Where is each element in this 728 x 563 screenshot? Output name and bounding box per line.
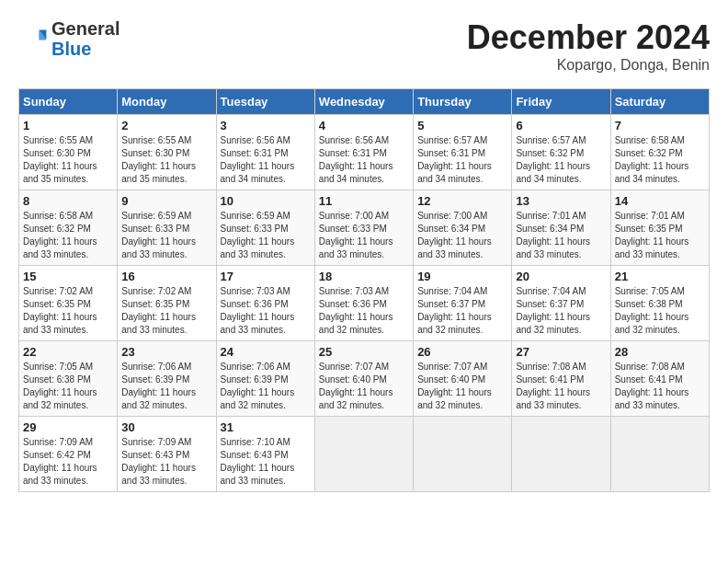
table-row: 18Sunrise: 7:03 AM Sunset: 6:36 PM Dayli…: [314, 266, 413, 341]
table-row: 4Sunrise: 6:56 AM Sunset: 6:31 PM Daylig…: [314, 115, 413, 190]
day-number: 12: [417, 194, 507, 208]
table-row: [610, 417, 709, 492]
col-sunday: Sunday: [19, 89, 118, 115]
day-info: Sunrise: 6:57 AM Sunset: 6:32 PM Dayligh…: [516, 134, 606, 186]
table-row: 6Sunrise: 6:57 AM Sunset: 6:32 PM Daylig…: [512, 115, 610, 190]
day-number: 13: [516, 194, 606, 208]
day-number: 27: [516, 345, 606, 359]
table-row: 2Sunrise: 6:55 AM Sunset: 6:30 PM Daylig…: [118, 115, 216, 190]
day-number: 25: [319, 345, 409, 359]
day-number: 16: [121, 270, 211, 283]
day-info: Sunrise: 7:08 AM Sunset: 6:41 PM Dayligh…: [516, 361, 606, 412]
day-info: Sunrise: 7:01 AM Sunset: 6:34 PM Dayligh…: [516, 210, 606, 261]
day-info: Sunrise: 7:09 AM Sunset: 6:42 PM Dayligh…: [23, 436, 113, 488]
day-info: Sunrise: 6:55 AM Sunset: 6:30 PM Dayligh…: [121, 134, 211, 186]
table-row: 11Sunrise: 7:00 AM Sunset: 6:33 PM Dayli…: [314, 190, 413, 266]
day-number: 31: [221, 420, 311, 434]
day-info: Sunrise: 7:05 AM Sunset: 6:38 PM Dayligh…: [615, 285, 705, 337]
col-thursday: Thursday: [414, 89, 512, 115]
calendar-week-row: 8Sunrise: 6:58 AM Sunset: 6:32 PM Daylig…: [19, 190, 710, 266]
day-info: Sunrise: 6:56 AM Sunset: 6:31 PM Dayligh…: [319, 134, 409, 186]
day-number: 7: [615, 119, 705, 132]
table-row: [414, 417, 512, 492]
day-number: 21: [615, 270, 705, 283]
table-row: 15Sunrise: 7:02 AM Sunset: 6:35 PM Dayli…: [19, 266, 118, 341]
day-info: Sunrise: 6:59 AM Sunset: 6:33 PM Dayligh…: [221, 210, 311, 261]
day-info: Sunrise: 7:00 AM Sunset: 6:34 PM Dayligh…: [417, 210, 507, 261]
day-info: Sunrise: 7:10 AM Sunset: 6:43 PM Dayligh…: [221, 436, 311, 488]
calendar-table: Sunday Monday Tuesday Wednesday Thursday…: [18, 88, 710, 492]
day-number: 5: [417, 119, 507, 132]
day-number: 9: [121, 194, 211, 208]
day-number: 28: [615, 345, 705, 359]
col-wednesday: Wednesday: [314, 89, 413, 115]
day-info: Sunrise: 6:57 AM Sunset: 6:31 PM Dayligh…: [417, 134, 507, 186]
day-number: 20: [516, 270, 606, 283]
day-info: Sunrise: 7:09 AM Sunset: 6:43 PM Dayligh…: [121, 436, 211, 488]
day-number: 19: [417, 270, 507, 283]
day-info: Sunrise: 7:07 AM Sunset: 6:40 PM Dayligh…: [319, 361, 409, 412]
day-number: 30: [121, 420, 211, 434]
table-row: 16Sunrise: 7:02 AM Sunset: 6:35 PM Dayli…: [118, 266, 216, 341]
table-row: 30Sunrise: 7:09 AM Sunset: 6:43 PM Dayli…: [118, 417, 216, 492]
month-title: December 2024: [467, 18, 710, 57]
page-header: General Blue December 2024 Kopargo, Dong…: [18, 18, 710, 74]
day-info: Sunrise: 7:02 AM Sunset: 6:35 PM Dayligh…: [121, 285, 211, 337]
table-row: 27Sunrise: 7:08 AM Sunset: 6:41 PM Dayli…: [512, 341, 610, 417]
location: Kopargo, Donga, Benin: [467, 57, 710, 74]
col-tuesday: Tuesday: [216, 89, 314, 115]
col-friday: Friday: [512, 89, 610, 115]
day-number: 10: [221, 194, 311, 208]
day-info: Sunrise: 6:58 AM Sunset: 6:32 PM Dayligh…: [23, 210, 113, 261]
header-row: Sunday Monday Tuesday Wednesday Thursday…: [19, 89, 710, 115]
table-row: 3Sunrise: 6:56 AM Sunset: 6:31 PM Daylig…: [216, 115, 314, 190]
table-row: 31Sunrise: 7:10 AM Sunset: 6:43 PM Dayli…: [216, 417, 314, 492]
table-row: 21Sunrise: 7:05 AM Sunset: 6:38 PM Dayli…: [610, 266, 709, 341]
day-info: Sunrise: 6:55 AM Sunset: 6:30 PM Dayligh…: [23, 134, 113, 186]
table-row: [314, 417, 413, 492]
table-row: 17Sunrise: 7:03 AM Sunset: 6:36 PM Dayli…: [216, 266, 314, 341]
day-info: Sunrise: 7:03 AM Sunset: 6:36 PM Dayligh…: [319, 285, 409, 337]
table-row: [512, 417, 610, 492]
day-info: Sunrise: 6:58 AM Sunset: 6:32 PM Dayligh…: [615, 134, 705, 186]
table-row: 1Sunrise: 6:55 AM Sunset: 6:30 PM Daylig…: [19, 115, 118, 190]
table-row: 26Sunrise: 7:07 AM Sunset: 6:40 PM Dayli…: [414, 341, 512, 417]
day-info: Sunrise: 7:04 AM Sunset: 6:37 PM Dayligh…: [516, 285, 606, 337]
day-number: 4: [319, 119, 409, 132]
table-row: 8Sunrise: 6:58 AM Sunset: 6:32 PM Daylig…: [19, 190, 118, 266]
calendar-week-row: 1Sunrise: 6:55 AM Sunset: 6:30 PM Daylig…: [19, 115, 710, 190]
logo: General Blue: [18, 18, 119, 59]
day-number: 18: [319, 270, 409, 283]
day-info: Sunrise: 7:07 AM Sunset: 6:40 PM Dayligh…: [417, 361, 507, 412]
table-row: 20Sunrise: 7:04 AM Sunset: 6:37 PM Dayli…: [512, 266, 610, 341]
day-info: Sunrise: 7:04 AM Sunset: 6:37 PM Dayligh…: [417, 285, 507, 337]
table-row: 7Sunrise: 6:58 AM Sunset: 6:32 PM Daylig…: [610, 115, 709, 190]
calendar-week-row: 22Sunrise: 7:05 AM Sunset: 6:38 PM Dayli…: [19, 341, 710, 417]
day-number: 3: [221, 119, 311, 132]
table-row: 28Sunrise: 7:08 AM Sunset: 6:41 PM Dayli…: [610, 341, 709, 417]
day-info: Sunrise: 7:00 AM Sunset: 6:33 PM Dayligh…: [319, 210, 409, 261]
day-number: 15: [23, 270, 113, 283]
table-row: 14Sunrise: 7:01 AM Sunset: 6:35 PM Dayli…: [610, 190, 709, 266]
day-info: Sunrise: 7:02 AM Sunset: 6:35 PM Dayligh…: [23, 285, 113, 337]
table-row: 22Sunrise: 7:05 AM Sunset: 6:38 PM Dayli…: [19, 341, 118, 417]
logo-icon: [18, 24, 48, 53]
table-row: 10Sunrise: 6:59 AM Sunset: 6:33 PM Dayli…: [216, 190, 314, 266]
day-number: 1: [23, 119, 113, 132]
calendar-week-row: 29Sunrise: 7:09 AM Sunset: 6:42 PM Dayli…: [19, 417, 710, 492]
day-number: 26: [417, 345, 507, 359]
table-row: 19Sunrise: 7:04 AM Sunset: 6:37 PM Dayli…: [414, 266, 512, 341]
table-row: 25Sunrise: 7:07 AM Sunset: 6:40 PM Dayli…: [314, 341, 413, 417]
day-info: Sunrise: 7:01 AM Sunset: 6:35 PM Dayligh…: [615, 210, 705, 261]
day-number: 6: [516, 119, 606, 132]
day-number: 17: [221, 270, 311, 283]
title-area: December 2024 Kopargo, Donga, Benin: [467, 18, 710, 74]
table-row: 29Sunrise: 7:09 AM Sunset: 6:42 PM Dayli…: [19, 417, 118, 492]
table-row: 12Sunrise: 7:00 AM Sunset: 6:34 PM Dayli…: [414, 190, 512, 266]
table-row: 13Sunrise: 7:01 AM Sunset: 6:34 PM Dayli…: [512, 190, 610, 266]
day-info: Sunrise: 6:56 AM Sunset: 6:31 PM Dayligh…: [221, 134, 311, 186]
day-info: Sunrise: 6:59 AM Sunset: 6:33 PM Dayligh…: [121, 210, 211, 261]
day-number: 22: [23, 345, 113, 359]
logo-blue-text: Blue: [51, 39, 91, 59]
calendar-week-row: 15Sunrise: 7:02 AM Sunset: 6:35 PM Dayli…: [19, 266, 710, 341]
